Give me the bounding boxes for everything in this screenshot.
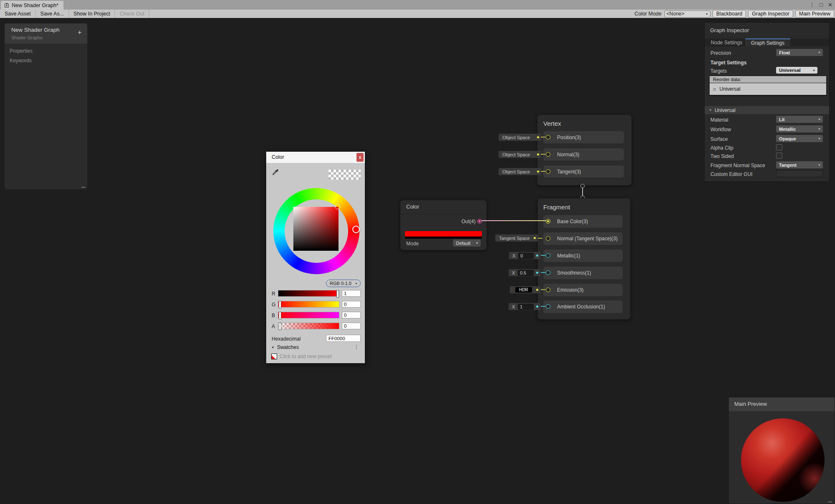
reorder-item-universal[interactable]: = Universal xyxy=(710,83,826,95)
fragment-slot-metallic[interactable]: Metallic(1) xyxy=(543,249,623,262)
resize-handle[interactable] xyxy=(828,501,832,502)
custom-editor-gui-field[interactable] xyxy=(776,170,823,177)
hexadecimal-label: Hexadecimal xyxy=(272,336,300,342)
r-value-field[interactable]: 1 xyxy=(342,290,361,297)
hdr-badge[interactable]: HDR xyxy=(515,287,532,293)
fragment-slot-smoothness[interactable]: Smoothness(1) xyxy=(543,267,623,279)
mode-dropdown[interactable]: Default ▼ xyxy=(453,239,481,247)
tab-graph-settings[interactable]: Graph Settings xyxy=(745,38,790,46)
blackboard-toggle-button[interactable]: Blackboard xyxy=(713,10,746,18)
fragment-normal-space-dropdown[interactable]: Tangent ▼ xyxy=(776,161,823,168)
g-slider[interactable] xyxy=(278,301,339,308)
window-menu-icon[interactable]: ⋮ xyxy=(809,2,815,8)
material-dropdown[interactable]: Lit ▼ xyxy=(776,116,823,123)
default-wire xyxy=(541,171,545,172)
fragment-slot-emission[interactable]: Emission(3) xyxy=(543,284,623,296)
preview-sphere[interactable] xyxy=(741,418,825,502)
alpha-clip-checkbox[interactable] xyxy=(776,144,782,150)
port-smoothness[interactable] xyxy=(546,270,550,275)
show-in-project-button[interactable]: Show In Project xyxy=(69,10,115,18)
vertex-slot-normal[interactable]: Normal(3) xyxy=(543,148,624,160)
vertex-slot-position[interactable]: Position(3) xyxy=(543,131,624,143)
maximize-icon[interactable]: □ xyxy=(820,2,823,8)
port-normal-ts[interactable] xyxy=(546,236,550,241)
precision-dropdown[interactable]: Float ▼ xyxy=(776,49,823,56)
eyedropper-icon[interactable] xyxy=(271,168,280,177)
port-color-out[interactable] xyxy=(477,219,482,224)
slot-label: Base Color(3) xyxy=(557,219,588,224)
port-base-color[interactable] xyxy=(546,219,550,224)
ao-value-field[interactable]: 1 xyxy=(518,304,534,310)
a-slider[interactable] xyxy=(278,323,339,329)
g-slider-handle[interactable] xyxy=(279,301,281,308)
smoothness-value-field[interactable]: 0.5 xyxy=(518,270,534,276)
two-sided-checkbox[interactable] xyxy=(776,153,782,159)
save-as-button[interactable]: Save As... xyxy=(36,10,69,18)
port-ambient-occlusion[interactable] xyxy=(546,304,550,309)
b-slider-handle[interactable] xyxy=(279,312,281,319)
tab-new-shader-graph[interactable]: New Shader Graph* xyxy=(1,1,64,10)
slot-label: Normal(3) xyxy=(557,152,579,158)
color-picker-titlebar[interactable]: Color x xyxy=(266,152,365,163)
surface-dropdown[interactable]: Opaque ▼ xyxy=(776,135,823,142)
default-input-object-space[interactable]: Object Space xyxy=(499,168,541,175)
reorder-item-label: Universal xyxy=(720,86,741,92)
saturation-value-handle[interactable] xyxy=(335,204,341,209)
vertex-node[interactable]: Vertex Position(3) Normal(3) Tangent(3) xyxy=(537,115,632,186)
a-value-field[interactable]: 0 xyxy=(342,323,361,329)
default-input-object-space[interactable]: Object Space xyxy=(499,151,541,158)
pill-label: X xyxy=(512,304,515,309)
close-icon[interactable]: ✕ xyxy=(828,2,832,8)
vertex-slot-tangent[interactable]: Tangent(3) xyxy=(543,165,624,178)
drag-handle-icon[interactable]: = xyxy=(713,86,716,92)
color-mode-dropdown[interactable]: <None> ▼ xyxy=(664,10,710,18)
r-slider[interactable] xyxy=(278,290,339,297)
default-input-metallic[interactable]: X 0 xyxy=(509,252,540,259)
targets-dropdown[interactable]: Universal ▼ xyxy=(776,67,817,74)
b-value-field[interactable]: 0 xyxy=(342,312,361,318)
swatches-menu-icon[interactable]: ⋮ xyxy=(354,344,359,350)
add-property-button[interactable]: + xyxy=(78,29,81,36)
metallic-value-field[interactable]: 0 xyxy=(518,253,534,259)
default-input-emission[interactable]: HDR xyxy=(510,286,540,293)
port-position[interactable] xyxy=(546,135,550,140)
chevron-down-icon: ▼ xyxy=(818,163,821,166)
port-tangent[interactable] xyxy=(546,169,550,174)
port-emission[interactable] xyxy=(546,288,550,292)
port-normal[interactable] xyxy=(546,152,550,157)
default-input-object-space[interactable]: Object Space xyxy=(499,134,541,141)
graph-inspector-toggle-button[interactable]: Graph Inspector xyxy=(748,10,793,18)
fragment-slot-base-color[interactable]: Base Color(3) xyxy=(543,215,623,228)
g-value-field[interactable]: 0 xyxy=(342,301,361,308)
fragment-slot-normal-ts[interactable]: Normal (Tangent Space)(3) xyxy=(543,232,623,245)
default-input-ambient-occlusion[interactable]: X 1 xyxy=(509,303,540,310)
fragment-node[interactable]: Fragment Base Color(3) Normal (Tangent S… xyxy=(537,198,631,320)
fragment-slot-ambient-occlusion[interactable]: Ambient Occlusion(1) xyxy=(543,300,623,313)
close-icon[interactable]: x xyxy=(356,153,364,162)
swatches-foldout[interactable]: ▼ Swatches xyxy=(271,344,299,350)
color-node[interactable]: Color Out(4) Mode Default ▼ xyxy=(400,200,487,250)
hue-handle[interactable] xyxy=(352,226,360,233)
color-space-dropdown[interactable]: RGB 0-1.0 ▼ xyxy=(326,280,361,287)
blackboard-section-keywords[interactable]: Keywords xyxy=(10,58,32,64)
save-asset-button[interactable]: Save Asset xyxy=(0,10,36,18)
b-slider[interactable] xyxy=(278,312,339,318)
slot-label: Ambient Occlusion(1) xyxy=(557,304,605,310)
default-input-tangent-space[interactable]: Tangent Space xyxy=(495,234,538,242)
swatch-preset-icon[interactable] xyxy=(271,354,277,359)
blackboard-section-properties[interactable]: Properties xyxy=(10,48,33,54)
saturation-value-box[interactable] xyxy=(293,207,339,251)
main-preview-toggle-button[interactable]: Main Preview xyxy=(795,10,834,18)
main-preview-header[interactable]: Main Preview xyxy=(729,397,835,411)
universal-foldout[interactable]: ▼ Universal xyxy=(705,106,829,114)
a-slider-handle[interactable] xyxy=(279,323,281,330)
add-preset-hint[interactable]: Click to add new preset xyxy=(280,354,332,359)
port-metallic[interactable] xyxy=(546,253,550,258)
workflow-dropdown[interactable]: Metallic ▼ xyxy=(776,125,823,132)
tab-node-settings[interactable]: Node Settings xyxy=(708,38,745,46)
default-input-smoothness[interactable]: X 0.5 xyxy=(509,269,540,276)
r-slider-handle[interactable] xyxy=(336,290,339,298)
hexadecimal-field[interactable]: FF0000 xyxy=(326,335,361,342)
resize-handle[interactable] xyxy=(81,187,85,188)
color-node-swatch[interactable] xyxy=(405,231,482,237)
